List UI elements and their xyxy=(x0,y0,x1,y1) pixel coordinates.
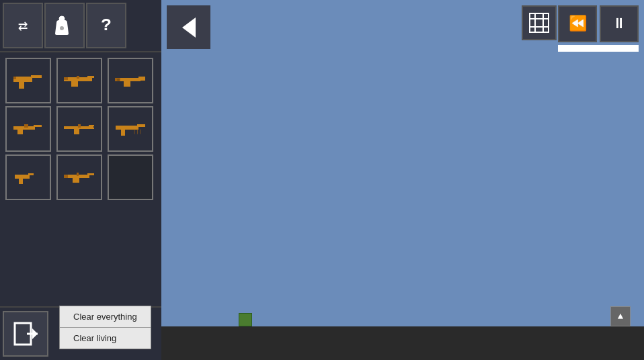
item-cell-8[interactable] xyxy=(56,154,102,200)
gun-rifle-icon xyxy=(63,71,95,90)
svg-rect-30 xyxy=(15,175,30,179)
item-cell-9[interactable] xyxy=(108,154,153,200)
svg-rect-31 xyxy=(28,173,34,175)
svg-rect-14 xyxy=(138,79,145,81)
grid-icon xyxy=(527,11,551,35)
clear-everything-button[interactable]: Clear everything xyxy=(60,306,151,327)
item-cell-5[interactable] xyxy=(56,106,102,152)
bag-icon xyxy=(52,13,77,38)
svg-rect-34 xyxy=(64,175,68,178)
svg-rect-8 xyxy=(71,81,78,87)
bottom-right-icon: ▲ xyxy=(610,306,631,326)
pause-icon: ⏸ xyxy=(612,15,627,33)
rewind-button[interactable]: ⏪ xyxy=(558,5,597,42)
svg-rect-27 xyxy=(137,124,145,127)
svg-rect-28 xyxy=(121,130,125,136)
svg-rect-18 xyxy=(34,125,42,127)
gun-auto-icon xyxy=(63,168,95,187)
item-cell-6[interactable]: ||| xyxy=(108,106,153,152)
help-button[interactable]: ? xyxy=(86,3,126,48)
svg-marker-46 xyxy=(32,328,38,339)
svg-rect-25 xyxy=(78,124,81,128)
svg-point-1 xyxy=(60,26,64,30)
gun-smg-icon xyxy=(12,120,44,138)
exit-button[interactable] xyxy=(3,311,48,357)
svg-rect-15 xyxy=(124,81,130,87)
svg-rect-9 xyxy=(64,77,68,80)
svg-rect-23 xyxy=(89,128,94,129)
gun-misc-icon: ||| xyxy=(114,120,147,138)
svg-rect-3 xyxy=(31,75,42,78)
item-cell-3[interactable] xyxy=(108,58,153,103)
svg-rect-7 xyxy=(87,76,94,78)
ground-area xyxy=(161,326,644,360)
svg-rect-35 xyxy=(87,173,94,175)
item-cell-2[interactable] xyxy=(56,58,102,103)
svg-rect-22 xyxy=(89,125,94,126)
progress-bar xyxy=(558,45,639,52)
item-cell-4[interactable] xyxy=(5,106,51,152)
svg-rect-32 xyxy=(19,179,23,184)
svg-marker-38 xyxy=(182,17,196,38)
top-right-controls: ⏪ ⏸ xyxy=(558,5,639,52)
bottom-left-area: Clear everything Clear living xyxy=(0,306,161,360)
svg-text:|||: ||| xyxy=(133,129,142,134)
help-icon: ? xyxy=(101,15,112,36)
swap-icon: ⇄ xyxy=(18,16,28,36)
context-menu: Clear everything Clear living xyxy=(59,306,151,349)
svg-rect-4 xyxy=(19,82,24,89)
grid-toggle-button[interactable] xyxy=(522,5,557,40)
svg-rect-36 xyxy=(73,178,79,183)
item-cell-7[interactable] xyxy=(5,154,51,200)
svg-rect-19 xyxy=(17,130,23,134)
bag-button[interactable] xyxy=(44,3,85,48)
pause-button[interactable]: ⏸ xyxy=(600,5,639,42)
swap-button[interactable]: ⇄ xyxy=(3,3,43,48)
svg-rect-10 xyxy=(77,76,79,79)
svg-rect-37 xyxy=(77,173,79,176)
entity-green-square xyxy=(239,313,252,326)
svg-rect-5 xyxy=(13,77,16,79)
svg-rect-2 xyxy=(13,77,32,82)
svg-rect-24 xyxy=(74,129,79,134)
exit-icon xyxy=(12,320,39,347)
clear-living-button[interactable]: Clear living xyxy=(60,328,151,349)
progress-bar-container xyxy=(558,45,639,52)
svg-rect-20 xyxy=(24,124,28,128)
svg-rect-43 xyxy=(530,13,549,32)
svg-point-16 xyxy=(117,79,120,81)
svg-rect-13 xyxy=(138,77,145,79)
gun-small-icon xyxy=(12,168,44,187)
item-cell-1[interactable] xyxy=(5,58,51,103)
media-controls: ⏪ ⏸ xyxy=(558,5,639,42)
back-arrow-icon xyxy=(175,14,202,41)
gun-pistol-icon xyxy=(12,71,44,90)
sidebar-toolbar: ⇄ ? xyxy=(0,0,161,52)
back-button[interactable] xyxy=(167,5,210,49)
gun-sniper-icon xyxy=(63,120,95,138)
gun-shotgun-icon xyxy=(114,71,147,90)
rewind-icon: ⏪ xyxy=(569,15,587,33)
